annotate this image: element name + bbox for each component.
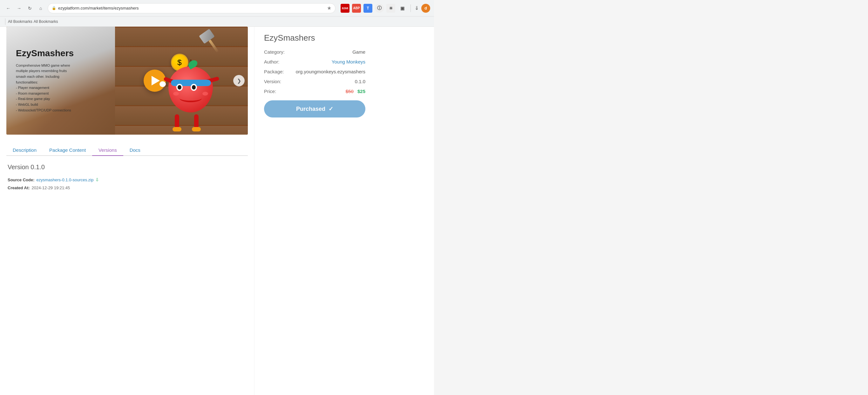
hero-image: EzySmashers Comprehensive MMO game where… bbox=[6, 27, 248, 135]
lock-icon: 🔒 bbox=[52, 6, 56, 10]
created-at-row: Created At: 2024-12-29 19:21:45 bbox=[8, 186, 247, 190]
refresh-button[interactable]: ↻ bbox=[25, 4, 34, 13]
source-code-link[interactable]: ezysmashers-0.1.0-sources.zip bbox=[36, 177, 94, 182]
source-code-row: Source Code: ezysmashers-0.1.0-sources.z… bbox=[8, 177, 247, 182]
page-content: EzySmashers Comprehensive MMO game where… bbox=[0, 27, 434, 395]
apple-leg-left bbox=[175, 114, 179, 129]
category-value: Game bbox=[352, 49, 365, 55]
extensions-menu-extension[interactable]: ☀ bbox=[386, 4, 395, 13]
hero-description: Comprehensive MMO game where multiple pl… bbox=[16, 63, 108, 113]
user-avatar[interactable]: d bbox=[421, 4, 430, 13]
purchased-label: Purchased bbox=[296, 106, 326, 112]
apple-cheek-left bbox=[173, 92, 179, 96]
hammer-handle bbox=[209, 39, 219, 53]
sidebar-category-row: Category: Game bbox=[264, 49, 365, 55]
extension-counter[interactable]: 8268 bbox=[341, 4, 349, 13]
apple-body bbox=[168, 66, 213, 112]
tab-versions[interactable]: Versions bbox=[92, 145, 123, 156]
info-extension[interactable]: ⓘ bbox=[375, 4, 384, 13]
all-bookmarks-text[interactable]: All Bookmarks bbox=[34, 20, 58, 24]
nav-buttons: ← → ↻ ⌂ bbox=[4, 4, 45, 13]
apple-shoe-left bbox=[173, 127, 181, 131]
address-bar-wrapper: 🔒 ★ bbox=[48, 3, 336, 13]
price-discounted: $25 bbox=[358, 89, 365, 94]
play-icon bbox=[152, 76, 160, 86]
download-button[interactable]: ⇓ bbox=[414, 5, 419, 11]
apple-eye-right bbox=[191, 84, 197, 91]
apple-glove-left bbox=[159, 81, 166, 87]
home-button[interactable]: ⌂ bbox=[36, 4, 45, 13]
price-display: $50 $25 bbox=[346, 89, 365, 94]
source-code-label: Source Code: bbox=[8, 177, 35, 182]
version-section: Version 0.1.0 Source Code: ezysmashers-0… bbox=[6, 164, 248, 190]
tabs-bar: Description Package Content Versions Doc… bbox=[6, 145, 248, 156]
adblock-extension[interactable]: ABP bbox=[352, 4, 361, 13]
address-input[interactable] bbox=[58, 6, 325, 10]
apple-pupil-left bbox=[178, 85, 181, 90]
address-actions: ★ bbox=[327, 5, 331, 11]
apple-eye-left bbox=[176, 84, 183, 91]
translate-extension[interactable]: T bbox=[364, 4, 372, 13]
sidebar-author-row: Author: Young Monkeys bbox=[264, 59, 365, 64]
version-title: Version 0.1.0 bbox=[8, 164, 247, 171]
leg-left bbox=[175, 114, 181, 131]
package-value: org.youngmonkeys.ezysmashers bbox=[296, 69, 365, 74]
main-content: EzySmashers Comprehensive MMO game where… bbox=[0, 27, 254, 395]
hero-left-panel: EzySmashers Comprehensive MMO game where… bbox=[6, 27, 115, 135]
bookmarks-bar: All Bookmarks All Bookmarks bbox=[0, 17, 434, 27]
tab-docs[interactable]: Docs bbox=[123, 145, 147, 156]
purchased-checkmark: ✓ bbox=[329, 105, 333, 112]
sidebar-title: EzySmashers bbox=[264, 33, 365, 43]
apple-eyes bbox=[176, 84, 197, 91]
category-label: Category: bbox=[264, 49, 285, 55]
price-original: $50 bbox=[346, 89, 353, 94]
hero-right-panel: $ bbox=[115, 27, 248, 135]
hero-game-title: EzySmashers bbox=[16, 48, 108, 58]
download-source-icon[interactable]: ⇩ bbox=[95, 177, 99, 182]
puzzle-extension[interactable]: ▣ bbox=[398, 4, 407, 13]
apple-cheek-right bbox=[203, 92, 208, 96]
version-value: 0.1.0 bbox=[355, 79, 365, 84]
apple-shoe-right bbox=[192, 127, 201, 131]
purchased-button[interactable]: Purchased ✓ bbox=[264, 100, 365, 118]
divider bbox=[410, 4, 411, 12]
apple-leg-right bbox=[194, 114, 198, 129]
apple-leaf bbox=[187, 59, 199, 70]
created-at-value: 2024-12-29 19:21:45 bbox=[32, 186, 70, 190]
author-label: Author: bbox=[264, 59, 279, 64]
version-label: Version: bbox=[264, 79, 281, 84]
created-at-label: Created At: bbox=[8, 186, 30, 190]
leg-right bbox=[194, 114, 201, 131]
apple-character bbox=[165, 58, 222, 131]
hero-container: EzySmashers Comprehensive MMO game where… bbox=[6, 27, 248, 135]
bookmarks-divider bbox=[5, 19, 5, 25]
price-label: Price: bbox=[264, 89, 276, 94]
sidebar-price-row: Price: $50 $25 bbox=[264, 89, 365, 94]
back-button[interactable]: ← bbox=[4, 4, 13, 13]
sidebar-package-row: Package: org.youngmonkeys.ezysmashers bbox=[264, 69, 365, 74]
forward-button[interactable]: → bbox=[14, 4, 24, 13]
bookmarks-label[interactable]: All Bookmarks bbox=[8, 20, 32, 24]
tab-description[interactable]: Description bbox=[6, 145, 43, 156]
sidebar-version-row: Version: 0.1.0 bbox=[264, 79, 365, 84]
hero-next-button[interactable]: ❯ bbox=[233, 75, 245, 86]
apple-pupil-right bbox=[192, 85, 196, 90]
apple-legs bbox=[175, 114, 201, 131]
browser-chrome: ← → ↻ ⌂ 🔒 ★ 8268 ABP T ⓘ ☀ ▣ ⇓ d bbox=[0, 0, 434, 17]
tab-package-content[interactable]: Package Content bbox=[43, 145, 92, 156]
author-link[interactable]: Young Monkeys bbox=[332, 59, 365, 64]
package-label: Package: bbox=[264, 69, 284, 74]
browser-extensions: 8268 ABP T ⓘ ☀ ▣ bbox=[341, 4, 407, 13]
sidebar: EzySmashers Category: Game Author: Young… bbox=[254, 27, 375, 395]
bookmark-star-button[interactable]: ★ bbox=[327, 5, 331, 11]
apple-smile bbox=[180, 94, 202, 102]
play-button[interactable] bbox=[144, 70, 166, 92]
